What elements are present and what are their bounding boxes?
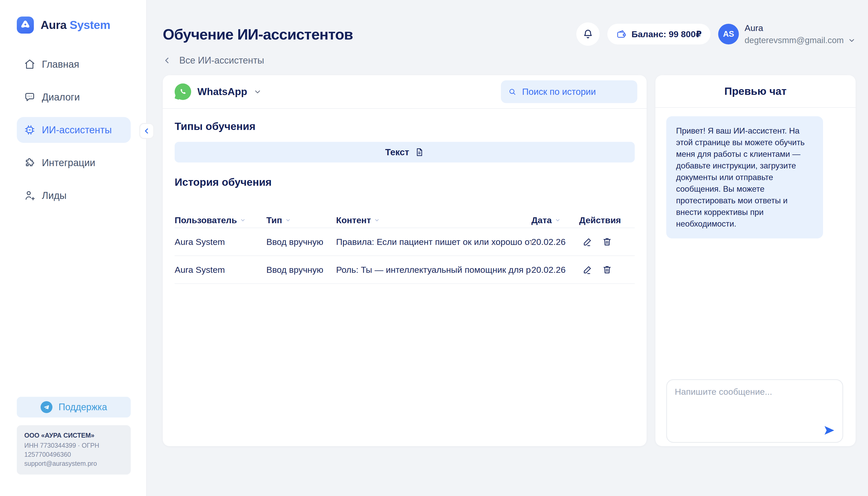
channel-select[interactable]: WhatsApp <box>175 83 262 100</box>
table-header-row: Пользователь Тип Контент <box>175 213 635 228</box>
company-registration: ИНН 7730344399 · ОГРН 1257700496360 <box>24 441 123 459</box>
history-table: Пользователь Тип Контент <box>175 213 635 284</box>
bot-message-bubble: Привет! Я ваш ИИ-ассистент. На этой стра… <box>666 116 823 238</box>
sidebar-item-integrations[interactable]: Интеграции <box>17 150 131 176</box>
column-header-content[interactable]: Контент <box>336 215 531 225</box>
history-search[interactable] <box>501 80 637 103</box>
column-label: Пользователь <box>175 215 237 225</box>
user-menu[interactable]: AS Aura degterevsmm@gmail.com <box>718 23 856 45</box>
chip-icon <box>24 124 36 136</box>
breadcrumb-label: Все ИИ-ассистенты <box>179 55 264 66</box>
types-heading: Типы обучения <box>175 120 635 133</box>
sort-icon <box>555 217 561 223</box>
top-bar-right: Баланс: 99 800₽ AS Aura degterevsmm@gmai… <box>576 22 856 46</box>
cell-content: Роль: Ты — интеллектуальный помощник для… <box>336 265 531 275</box>
company-email: support@aurasystem.pro <box>24 459 123 468</box>
edit-button[interactable] <box>582 237 593 247</box>
table-row: Aura System Ввод вручную Правила: Если п… <box>175 228 635 256</box>
send-button[interactable] <box>823 424 835 436</box>
sidebar-item-label: Главная <box>42 59 79 70</box>
sidebar-item-label: Лиды <box>42 190 67 201</box>
cell-content: Правила: Если пациент пишет ок или хорош… <box>336 237 531 247</box>
top-bar: Обучение ИИ-ассистентов Баланс: 99 800₽ … <box>163 25 856 43</box>
sidebar-nav: Главная Диалоги ИИ-ассистенты Интеграции… <box>17 51 131 208</box>
message-composer <box>666 379 843 443</box>
telegram-icon <box>41 401 52 413</box>
sidebar-item-home[interactable]: Главная <box>17 51 131 77</box>
text-button-label: Текст <box>385 147 409 157</box>
edit-button[interactable] <box>582 265 593 275</box>
bell-icon <box>582 28 594 40</box>
training-card-body: Типы обучения Текст История обучения Пол… <box>163 109 647 446</box>
chevron-down-icon <box>253 88 262 96</box>
sidebar-item-label: Диалоги <box>42 92 80 103</box>
brand-name-secondary: System <box>70 18 110 32</box>
cell-actions <box>579 265 635 275</box>
search-icon <box>508 87 516 96</box>
cell-date: 20.02.26 <box>531 265 579 275</box>
avatar: AS <box>718 24 739 44</box>
sidebar-item-label: ИИ-ассистенты <box>42 125 112 136</box>
chevron-down-icon <box>848 36 856 44</box>
column-header-date[interactable]: Дата <box>531 215 579 225</box>
cell-user: Aura System <box>175 237 266 247</box>
main-area: Обучение ИИ-ассистентов Баланс: 99 800₽ … <box>147 0 868 496</box>
cell-actions <box>579 237 635 247</box>
support-button[interactable]: Поддержка <box>17 397 131 417</box>
sidebar: Aura System Главная Диалоги ИИ-ассистент… <box>0 0 147 496</box>
column-label: Действия <box>579 215 621 225</box>
chat-preview-panel: Превью чат Привет! Я ваш ИИ-ассистент. Н… <box>655 75 856 446</box>
brand-name: Aura System <box>41 18 110 32</box>
content-row: WhatsApp Типы обучения Текст История обу <box>163 75 856 446</box>
column-header-actions: Действия <box>579 215 635 225</box>
delete-button[interactable] <box>602 265 612 275</box>
balance-label: Баланс: 99 800₽ <box>632 29 702 39</box>
channel-label: WhatsApp <box>197 86 247 97</box>
sort-icon <box>374 217 380 223</box>
breadcrumb-back-link[interactable]: Все ИИ-ассистенты <box>163 55 856 66</box>
sort-icon <box>285 217 291 223</box>
history-heading: История обучения <box>175 176 635 188</box>
column-label: Дата <box>531 215 552 225</box>
pencil-icon <box>582 265 593 275</box>
company-info-card: ООО «АУРА СИСТЕМ» ИНН 7730344399 · ОГРН … <box>17 425 131 475</box>
message-input[interactable] <box>667 380 842 442</box>
cell-date: 20.02.26 <box>531 237 579 247</box>
cell-type: Ввод вручную <box>266 237 336 247</box>
training-type-text-button[interactable]: Текст <box>175 142 635 162</box>
user-name: Aura <box>745 23 856 33</box>
balance-chip[interactable]: Баланс: 99 800₽ <box>607 24 711 44</box>
app-root: Aura System Главная Диалоги ИИ-ассистент… <box>0 0 868 496</box>
aura-logo-icon <box>17 17 34 34</box>
trash-icon <box>602 237 612 247</box>
pencil-icon <box>582 237 593 247</box>
training-card: WhatsApp Типы обучения Текст История обу <box>163 75 647 446</box>
sidebar-collapse-button[interactable] <box>139 123 154 139</box>
home-icon <box>24 58 36 70</box>
delete-button[interactable] <box>602 237 612 247</box>
search-input[interactable] <box>522 87 630 97</box>
table-row: Aura System Ввод вручную Роль: Ты — инте… <box>175 256 635 284</box>
notifications-button[interactable] <box>576 22 600 46</box>
user-meta: Aura degterevsmm@gmail.com <box>745 23 856 45</box>
column-header-user[interactable]: Пользователь <box>175 215 266 225</box>
brand-name-primary: Aura <box>41 18 67 32</box>
sidebar-item-leads[interactable]: Лиды <box>17 183 131 208</box>
column-label: Тип <box>266 215 282 225</box>
brand-logo[interactable]: Aura System <box>17 17 131 34</box>
sidebar-item-dialogs[interactable]: Диалоги <box>17 84 131 110</box>
chevron-left-icon <box>143 127 151 135</box>
chat-preview-title: Превью чат <box>655 75 856 108</box>
support-label: Поддержка <box>59 402 107 413</box>
chevron-left-icon <box>163 56 172 65</box>
sort-icon <box>240 217 246 223</box>
user-email: degterevsmm@gmail.com <box>745 35 844 45</box>
training-card-header: WhatsApp <box>163 75 647 109</box>
user-email-row: degterevsmm@gmail.com <box>745 35 856 45</box>
column-header-type[interactable]: Тип <box>266 215 336 225</box>
company-name: ООО «АУРА СИСТЕМ» <box>24 432 123 439</box>
column-label: Контент <box>336 215 371 225</box>
chat-icon <box>24 91 36 103</box>
sidebar-item-ai-assistants[interactable]: ИИ-ассистенты <box>17 117 131 143</box>
puzzle-icon <box>24 157 36 169</box>
